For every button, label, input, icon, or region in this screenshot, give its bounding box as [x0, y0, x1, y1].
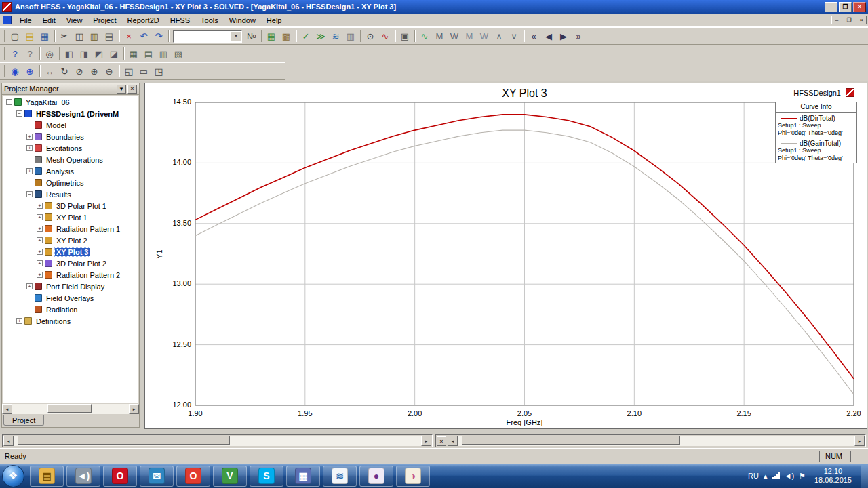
- tree-item-3d-polar-plot-1[interactable]: +3D Polar Plot 1: [3, 200, 138, 211]
- nav-first-icon[interactable]: «: [526, 29, 541, 43]
- paste-icon[interactable]: ▥: [87, 29, 102, 43]
- copy-icon[interactable]: ◫: [72, 29, 87, 43]
- wave-w1-icon[interactable]: W: [447, 29, 462, 43]
- view-orient-2-icon[interactable]: ◨: [77, 47, 92, 60]
- scroll-right-icon[interactable]: ▸: [854, 436, 865, 446]
- open-icon[interactable]: ▤: [22, 29, 37, 43]
- tree-item-field-overlays[interactable]: Field Overlays: [3, 292, 138, 304]
- wave-up-icon[interactable]: ∧: [492, 29, 507, 43]
- scroll-track[interactable]: [458, 436, 854, 446]
- tree-item-radiation-pattern-2[interactable]: +Radiation Pattern 2: [3, 269, 138, 281]
- menu-item-edit[interactable]: Edit: [37, 15, 61, 26]
- select-by-name-icon[interactable]: №: [244, 29, 259, 43]
- view-grid-4-icon[interactable]: ▧: [171, 47, 186, 60]
- rotate-icon[interactable]: ↻: [57, 64, 72, 78]
- panel-close-icon[interactable]: ×: [127, 85, 137, 94]
- tree-item-results[interactable]: −Results: [3, 188, 138, 200]
- tree-item-yagakitai-06[interactable]: −YagaKitai_06: [3, 96, 138, 108]
- tree-item-optimetrics[interactable]: Optimetrics: [3, 177, 138, 188]
- pane-close-icon[interactable]: ×: [437, 436, 446, 446]
- expand-toggle-icon[interactable]: +: [37, 226, 43, 232]
- help-pointer-icon[interactable]: ?: [7, 47, 22, 60]
- scroll-thumb[interactable]: [462, 436, 680, 445]
- menu-item-report2d[interactable]: Report2D: [122, 15, 165, 26]
- menu-item-tools[interactable]: Tools: [195, 15, 224, 26]
- create-report-icon[interactable]: ∿: [378, 29, 393, 43]
- pan-icon[interactable]: ↔: [42, 64, 57, 78]
- menu-item-help[interactable]: Help: [261, 15, 288, 26]
- tree-item-definitions[interactable]: +Definitions: [3, 315, 138, 327]
- tree-item-xy-plot-3[interactable]: +XY Plot 3: [3, 246, 138, 258]
- view-grid-3-icon[interactable]: ▥: [156, 47, 171, 60]
- menu-item-window[interactable]: Window: [224, 15, 261, 26]
- fit-selection-icon[interactable]: ◳: [151, 64, 166, 78]
- print-icon[interactable]: ▤: [102, 29, 117, 43]
- context-help-icon[interactable]: ?: [22, 47, 37, 60]
- hidden-icons-arrow-icon[interactable]: ▴: [764, 472, 768, 481]
- menu-item-file[interactable]: File: [14, 15, 37, 26]
- tree-item-excitations[interactable]: +Excitations: [3, 142, 138, 154]
- view-orient-4-icon[interactable]: ◪: [106, 47, 121, 60]
- delete-icon[interactable]: ×: [121, 29, 136, 43]
- expand-toggle-icon[interactable]: +: [26, 283, 33, 289]
- zoom-plot-icon[interactable]: ⊙: [363, 29, 378, 43]
- view-orient-1-icon[interactable]: ◧: [62, 47, 77, 60]
- tree-item-xy-plot-2[interactable]: +XY Plot 2: [3, 235, 138, 246]
- scroll-left-icon[interactable]: ◂: [3, 436, 14, 446]
- scroll-left-icon[interactable]: ◂: [2, 404, 12, 414]
- zoom-out-icon[interactable]: ⊖: [102, 64, 117, 78]
- maximize-button[interactable]: ❐: [839, 2, 852, 12]
- solve-matrix-icon[interactable]: ▦: [264, 29, 279, 43]
- view-grid-1-icon[interactable]: ▦: [126, 47, 141, 60]
- mdi-child-icon[interactable]: [3, 16, 12, 24]
- new-icon[interactable]: ▢: [7, 29, 22, 43]
- wave-m2-icon[interactable]: M: [462, 29, 477, 43]
- expand-toggle-icon[interactable]: +: [16, 318, 22, 324]
- taskbar-clock[interactable]: 12:10 18.06.2015: [810, 467, 856, 485]
- expand-toggle-icon[interactable]: +: [37, 203, 43, 209]
- expand-toggle-icon[interactable]: +: [37, 260, 43, 266]
- taskbar-green-app-icon[interactable]: V: [213, 466, 247, 487]
- expand-toggle-icon[interactable]: −: [26, 191, 33, 197]
- fit-all-icon[interactable]: ▭: [136, 64, 151, 78]
- taskbar-opera-2-icon[interactable]: O: [176, 466, 210, 487]
- taskbar-skype-icon[interactable]: S: [250, 466, 283, 487]
- zoom-in-icon[interactable]: ⊕: [87, 64, 102, 78]
- minimize-button[interactable]: –: [825, 2, 837, 12]
- nav-prev-icon[interactable]: ◀: [541, 29, 556, 43]
- scroll-right-icon[interactable]: ▸: [421, 436, 431, 446]
- tree-item-analysis[interactable]: +Analysis: [3, 165, 138, 177]
- taskbar-explorer-icon[interactable]: ▤: [30, 466, 64, 487]
- cut-icon[interactable]: ✂: [57, 29, 72, 43]
- tree-item-xy-plot-1[interactable]: +XY Plot 1: [3, 211, 138, 223]
- mesh-view-icon[interactable]: ▩: [279, 29, 294, 43]
- taskbar-paint-icon[interactable]: ◑: [396, 466, 430, 487]
- scroll-track[interactable]: [14, 436, 421, 446]
- tree-horizontal-scrollbar[interactable]: ◂ ▸: [2, 404, 139, 414]
- message-horizontal-scrollbar[interactable]: ◂ ▸: [3, 436, 431, 446]
- tree-item-mesh-operations[interactable]: Mesh Operations: [3, 154, 138, 165]
- save-icon[interactable]: ▦: [37, 29, 52, 43]
- expand-toggle-icon[interactable]: −: [6, 99, 12, 105]
- boundary-display-icon[interactable]: ◎: [42, 47, 57, 60]
- expand-toggle-icon[interactable]: +: [26, 145, 33, 151]
- pin-icon[interactable]: ▾: [117, 85, 126, 94]
- sphere-view-icon[interactable]: ◉: [7, 64, 22, 78]
- taskbar-save-tool-icon[interactable]: ▦: [286, 466, 320, 487]
- selection-combobox[interactable]: ▼: [173, 30, 242, 43]
- tree-item-3d-polar-plot-2[interactable]: +3D Polar Plot 2: [3, 258, 138, 269]
- mdi-minimize-button[interactable]: –: [831, 16, 842, 24]
- taskbar-waves-app-icon[interactable]: ≋: [323, 466, 357, 487]
- show-desktop-button[interactable]: [861, 464, 868, 488]
- network-icon[interactable]: [772, 472, 780, 479]
- menu-item-view[interactable]: View: [61, 15, 88, 26]
- global-cs-icon[interactable]: ⊕: [22, 64, 37, 78]
- taskbar-mail-icon[interactable]: ✉: [140, 466, 174, 487]
- tree-item-model[interactable]: Model: [3, 119, 138, 131]
- mdi-restore-button[interactable]: ❐: [844, 16, 854, 24]
- dynamic-zoom-icon[interactable]: ⊘: [72, 64, 87, 78]
- scroll-left-icon[interactable]: ◂: [448, 436, 458, 446]
- view-orient-3-icon[interactable]: ◩: [92, 47, 106, 60]
- analyze-all-icon[interactable]: ≫: [313, 29, 328, 43]
- expand-toggle-icon[interactable]: −: [16, 110, 22, 117]
